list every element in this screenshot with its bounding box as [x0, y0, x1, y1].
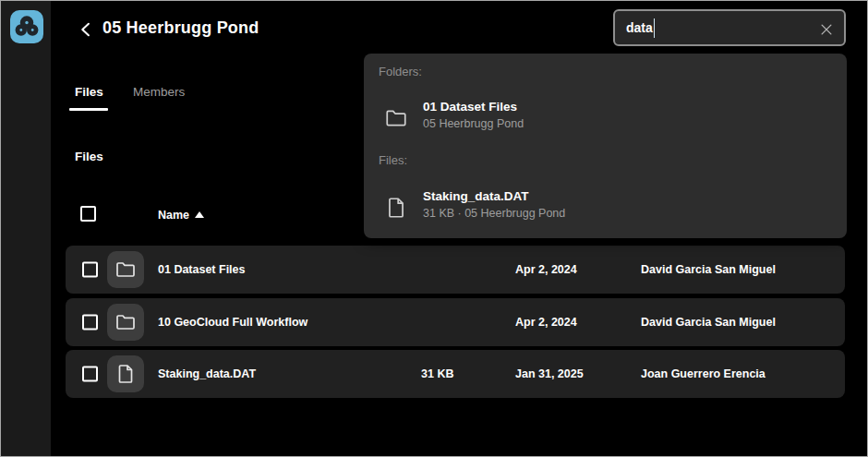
folder-icon	[384, 106, 408, 130]
folder-icon	[115, 311, 137, 333]
file-icon	[384, 196, 408, 220]
result-folder-location: 05 Heerbrugg Pond	[423, 117, 524, 130]
result-folder-name: 01 Dataset Files	[423, 100, 517, 114]
search-value: data	[626, 20, 653, 35]
active-tab-indicator	[69, 108, 108, 111]
text-caret	[654, 18, 656, 38]
tab-members[interactable]: Members	[133, 85, 185, 99]
row-icon-container	[107, 304, 144, 341]
row-date: Apr 2, 2024	[515, 316, 577, 329]
tab-files[interactable]: Files	[75, 85, 103, 99]
row-size: 31 KB	[421, 367, 453, 380]
search-input[interactable]: data	[613, 9, 846, 46]
row-owner: Joan Guerrero Erencia	[641, 367, 766, 380]
back-button[interactable]	[77, 20, 95, 39]
select-all-checkbox[interactable]	[80, 206, 96, 222]
folder-icon	[115, 259, 137, 281]
geocloud-logo-icon[interactable]	[10, 10, 43, 43]
search-result-folder[interactable]: 01 Dataset Files 05 Heerbrugg Pond	[364, 98, 847, 138]
row-date: Apr 2, 2024	[515, 263, 577, 276]
search-results-dropdown: Folders: 01 Dataset Files 05 Heerbrugg P…	[364, 54, 847, 238]
clear-search-icon[interactable]	[818, 21, 835, 38]
row-checkbox[interactable]	[82, 315, 98, 331]
row-checkbox[interactable]	[82, 262, 98, 278]
result-file-name: Staking_data.DAT	[423, 189, 529, 203]
row-icon-container	[107, 355, 144, 392]
row-name: 01 Dataset Files	[158, 263, 246, 276]
row-owner: David Garcia San Miguel	[641, 316, 776, 329]
row-icon-container	[107, 251, 144, 288]
column-header-name[interactable]: Name	[158, 209, 189, 222]
table-row[interactable]: 10 GeoCloud Full Workflow Apr 2, 2024 Da…	[66, 298, 845, 346]
app-window: 05 Heerbrugg Pond data Folders: 01 Datas…	[0, 0, 868, 457]
row-name: 10 GeoCloud Full Workflow	[158, 316, 307, 329]
files-section-label: Files:	[379, 153, 407, 167]
row-date: Jan 31, 2025	[515, 367, 584, 380]
folders-section-label: Folders:	[379, 65, 422, 78]
result-file-meta: 31 KB · 05 Heerbrugg Pond	[423, 207, 565, 220]
table-row[interactable]: Staking_data.DAT 31 KB Jan 31, 2025 Joan…	[66, 350, 845, 398]
page-title: 05 Heerbrugg Pond	[102, 18, 259, 38]
row-owner: David Garcia San Miguel	[641, 263, 776, 276]
sidebar	[1, 1, 51, 456]
search-result-file[interactable]: Staking_data.DAT 31 KB · 05 Heerbrugg Po…	[364, 187, 847, 228]
row-checkbox[interactable]	[82, 367, 98, 382]
row-name: Staking_data.DAT	[158, 367, 256, 380]
file-icon	[115, 363, 137, 385]
table-row[interactable]: 01 Dataset Files Apr 2, 2024 David Garci…	[66, 246, 845, 294]
files-section-title: Files	[75, 150, 103, 163]
sort-ascending-icon[interactable]	[195, 211, 204, 218]
